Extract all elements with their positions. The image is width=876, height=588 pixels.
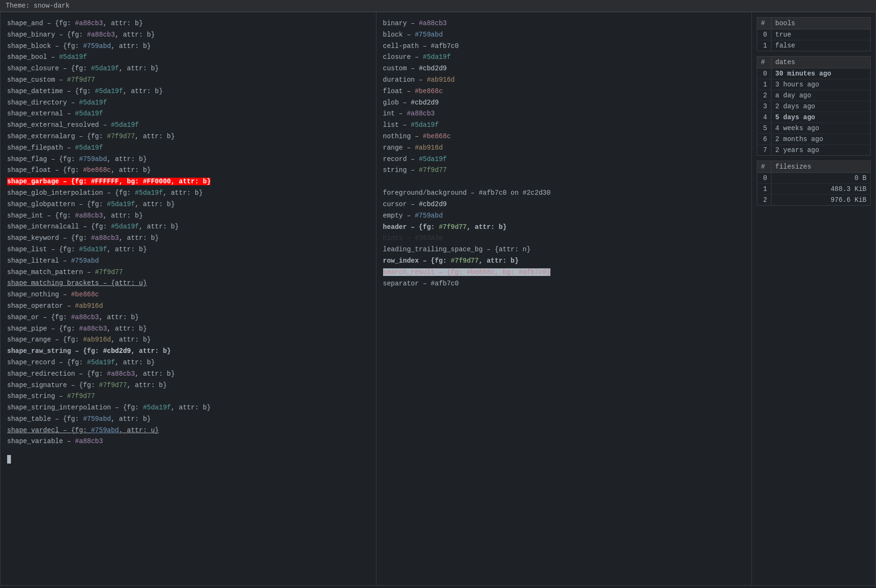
- bools-index-0: 0: [757, 29, 771, 40]
- filesizes-value-2: 976.6 KiB: [771, 195, 871, 206]
- line: shape_raw_string – {fg: #cbd2d9, attr: b…: [7, 346, 369, 357]
- dates-index-5: 5: [757, 123, 771, 134]
- line-garbage: shape_garbage – {fg: #FFFFFF, bg: #FF000…: [7, 176, 369, 188]
- dates-table: # dates 0 30 minutes ago 1 3 hours ago 2…: [757, 56, 871, 156]
- line: shape_binary – {fg: #a88cb3, attr: b}: [7, 29, 369, 41]
- line: shape_signature – {fg: #7f9d77, attr: b}: [7, 380, 369, 391]
- dates-index-0: 0: [757, 68, 771, 79]
- line-hints: hints – #363a3e: [383, 233, 745, 244]
- table-row: 0 true: [757, 29, 871, 40]
- line: float – #be868c: [383, 86, 745, 97]
- table-row: 1 false: [757, 40, 871, 51]
- line: shape_variable – #a88cb3: [7, 436, 369, 447]
- line: shape_externalarg – {fg: #7f9d77, attr: …: [7, 131, 369, 142]
- line: shape_closure – {fg: #5da19f, attr: b}: [7, 63, 369, 75]
- bools-value-0: true: [771, 29, 871, 40]
- line: custom – #cbd2d9: [383, 63, 745, 75]
- line: range – #ab916d: [383, 142, 745, 154]
- line: shape_nothing – #be868c: [7, 289, 369, 301]
- line: shape_glob_interpolation – {fg: #5da19f,…: [7, 188, 369, 199]
- filesizes-index-1: 1: [757, 184, 771, 195]
- filesizes-index-0: 0: [757, 173, 771, 184]
- line: shape_list – {fg: #5da19f, attr: b}: [7, 244, 369, 256]
- line: shape_table – {fg: #759abd, attr: b}: [7, 414, 369, 425]
- col-tables: # bools 0 true 1 false # dates: [752, 12, 876, 585]
- line: shape_custom – #7f9d77: [7, 75, 369, 86]
- line: shape_record – {fg: #5da19f, attr: b}: [7, 357, 369, 369]
- dates-value-0: 30 minutes ago: [771, 68, 871, 79]
- line: shape_float – {fg: #be868c, attr: b}: [7, 165, 369, 176]
- line: leading_trailing_space_bg – {attr: n}: [383, 244, 745, 256]
- dates-value-4: 5 days ago: [771, 112, 871, 123]
- bools-index-1: 1: [757, 40, 771, 51]
- dates-index-4: 4: [757, 112, 771, 123]
- line: record – #5da19f: [383, 154, 745, 165]
- line: shape_bool – #5da19f: [7, 52, 369, 63]
- filesizes-index-2: 2: [757, 195, 771, 206]
- table-row: 1 3 hours ago: [757, 79, 871, 90]
- line-vardecl: shape_vardecl – {fg: #759abd, attr: u}: [7, 425, 369, 436]
- filesizes-value-0: 0 B: [771, 173, 871, 184]
- line: shape_filepath – #5da19f: [7, 142, 369, 154]
- line: foreground/background – #afb7c0 on #2c2d…: [383, 188, 745, 199]
- line: shape_string – #7f9d77: [7, 391, 369, 402]
- table-row: 0 0 B: [757, 173, 871, 184]
- dates-index-2: 2: [757, 90, 771, 101]
- dates-value-5: 4 weeks ago: [771, 123, 871, 134]
- bools-value-1: false: [771, 40, 871, 51]
- line: shape_operator – #ab916d: [7, 301, 369, 312]
- table-row: 4 5 days ago: [757, 112, 871, 123]
- line-search-result: search_result – {fg: #be868c, bg: #afb7c…: [383, 267, 745, 278]
- line: cursor – #cbd2d9: [383, 199, 745, 210]
- bools-hash-header: #: [757, 18, 771, 29]
- line: header – {fg: #7f9d77, attr: b}: [383, 222, 745, 233]
- dates-index-1: 1: [757, 79, 771, 90]
- line: shape_literal – #759abd: [7, 256, 369, 267]
- line: closure – #5da19f: [383, 52, 745, 63]
- dates-value-1: 3 hours ago: [771, 79, 871, 90]
- filesizes-hash-header: #: [757, 161, 771, 173]
- line: empty – #759abd: [383, 210, 745, 222]
- table-row: 6 2 months ago: [757, 134, 871, 145]
- dates-label-header: dates: [771, 57, 871, 68]
- line: shape_directory – #5da19f: [7, 97, 369, 109]
- line: row_index – {fg: #7f9d77, attr: b}: [383, 256, 745, 267]
- main-container: shape_and – {fg: #a88cb3, attr: b} shape…: [0, 12, 876, 586]
- line: nothing – #be868c: [383, 131, 745, 142]
- line: shape_match_pattern – #7f9d77: [7, 267, 369, 278]
- dates-index-6: 6: [757, 134, 771, 145]
- line: shape_int – {fg: #a88cb3, attr: b}: [7, 210, 369, 222]
- dates-value-3: 2 days ago: [771, 101, 871, 112]
- line: shape_external_resolved – #5da19f: [7, 120, 369, 131]
- line: glob – #cbd2d9: [383, 97, 745, 109]
- line: shape_datetime – {fg: #5da19f, attr: b}: [7, 86, 369, 97]
- table-row: 2 a day ago: [757, 90, 871, 101]
- line-matching-brackets: shape_matching_brackets – {attr: u}: [7, 278, 369, 289]
- line: shape_or – {fg: #a88cb3, attr: b}: [7, 312, 369, 323]
- line: shape_redirection – {fg: #a88cb3, attr: …: [7, 369, 369, 380]
- line: int – #a88cb3: [383, 108, 745, 120]
- filesizes-value-1: 488.3 KiB: [771, 184, 871, 195]
- table-row: 7 2 years ago: [757, 145, 871, 156]
- col-shapes: shape_and – {fg: #a88cb3, attr: b} shape…: [0, 12, 376, 585]
- line: binary – #a88cb3: [383, 18, 745, 29]
- table-row: 3 2 days ago: [757, 101, 871, 112]
- line: shape_string_interpolation – {fg: #5da19…: [7, 402, 369, 414]
- table-row: 0 30 minutes ago: [757, 68, 871, 79]
- line: shape_and – {fg: #a88cb3, attr: b}: [7, 18, 369, 29]
- dates-index-7: 7: [757, 145, 771, 156]
- dates-value-7: 2 years ago: [771, 145, 871, 156]
- line: shape_globpattern – {fg: #5da19f, attr: …: [7, 199, 369, 210]
- line: shape_range – {fg: #ab916d, attr: b}: [7, 334, 369, 346]
- line: shape_block – {fg: #759abd, attr: b}: [7, 41, 369, 52]
- dates-value-2: a day ago: [771, 90, 871, 101]
- filesizes-table: # filesizes 0 0 B 1 488.3 KiB 2 976.6 Ki…: [757, 161, 871, 206]
- line: list – #5da19f: [383, 120, 745, 131]
- table-row: 1 488.3 KiB: [757, 184, 871, 195]
- table-row: 5 4 weeks ago: [757, 123, 871, 134]
- col-types: binary – #a88cb3 block – #759abd cell-pa…: [376, 12, 752, 585]
- table-row: 2 976.6 KiB: [757, 195, 871, 206]
- line: cell-path – #afb7c0: [383, 41, 745, 52]
- dates-index-3: 3: [757, 101, 771, 112]
- cursor-block: [7, 451, 369, 464]
